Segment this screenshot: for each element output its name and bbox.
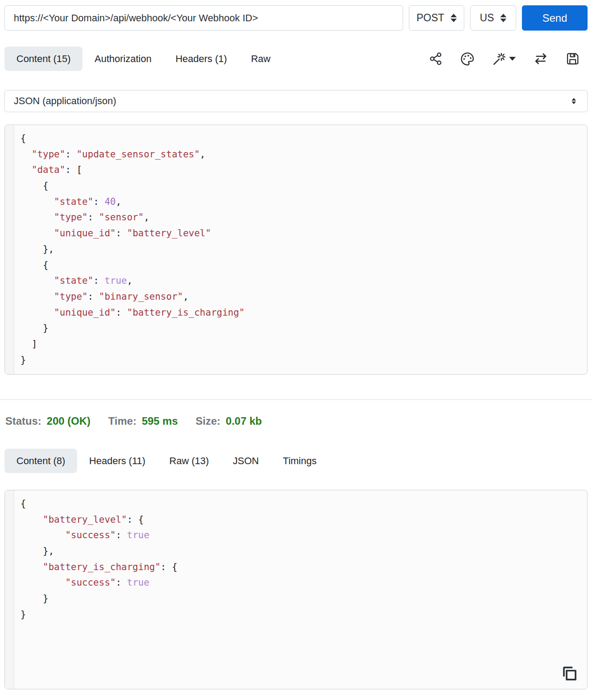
response-tab-raw-13[interactable]: Raw (13) [157,449,221,473]
request-tab-authorization[interactable]: Authorization [82,47,163,71]
code-line: "type": "update_sensor_states", [20,147,583,163]
content-type-select-value: JSON (application/json) [14,95,116,107]
request-tab-content-15[interactable]: Content (15) [4,47,82,71]
response-tab-headers-11[interactable]: Headers (11) [77,449,157,473]
time-label: Time: [108,415,137,427]
updown-arrows-icon [500,14,506,22]
code-line: "type": "binary_sensor", [20,289,583,305]
request-body-editor[interactable]: { "type": "update_sensor_states", "data"… [4,125,588,375]
code-line: "unique_id": "battery_level" [20,226,583,242]
response-status-row: Status: 200 (OK) Time: 595 ms Size: 0.07… [5,415,592,427]
viewer-gutter [5,490,14,689]
request-tab-headers-1[interactable]: Headers (1) [164,47,239,71]
content-type-select[interactable]: JSON (application/json) [4,90,588,112]
size-value: 0.07 kb [226,415,262,427]
code-line: ] [20,336,583,352]
request-toolbar [429,51,588,66]
region-select-value: US [480,12,494,24]
code-line: } [20,321,583,336]
magic-wand-icon [492,52,506,66]
code-line: "battery_level": { [20,512,583,528]
method-select[interactable]: POST [409,5,464,31]
share-button[interactable] [429,52,443,66]
status-label: Status: [5,415,41,427]
section-divider [0,399,592,400]
code-line: { [20,131,583,147]
code-line: { [20,178,583,194]
code-line: "battery_is_charging": { [20,559,583,575]
request-tab-raw[interactable]: Raw [239,47,282,71]
code-line: { [20,258,583,274]
save-request-button[interactable] [566,52,580,66]
request-body-code: { "type": "update_sensor_states", "data"… [15,125,587,374]
response-tabs-row: Content (8)Headers (11)Raw (13)JSONTimin… [4,449,588,473]
response-tab-content-8[interactable]: Content (8) [4,449,77,473]
response-tab-timings[interactable]: Timings [271,449,329,473]
copy-response-button[interactable] [560,664,578,684]
code-line: "success": true [20,575,583,591]
updown-arrows-icon [572,98,576,104]
code-line: }, [20,544,583,559]
code-line: "state": 40, [20,194,583,210]
send-button[interactable]: Send [522,5,588,31]
code-line: }, [20,242,583,258]
response-body-viewer: { "battery_level": { "success": true }, … [4,490,588,689]
code-line: } [20,607,583,623]
response-tab-json[interactable]: JSON [221,449,271,473]
request-tabs: Content (15)AuthorizationHeaders (1)Raw [4,47,282,71]
code-line: "success": true [20,528,583,544]
code-line: "type": "sensor", [20,210,583,226]
size-label: Size: [196,415,220,427]
region-select[interactable]: US [470,5,516,31]
code-line: } [20,352,583,368]
swap-arrows-icon [533,51,548,66]
copy-icon [560,664,578,682]
code-line: "data": [ [20,162,583,178]
status-code-value: 200 (OK) [47,415,90,427]
palette-icon [460,52,474,66]
magic-wand-menu-button[interactable] [492,52,516,66]
swap-request-response-button[interactable] [533,51,548,66]
time-value: 595 ms [142,415,178,427]
response-tabs: Content (8)Headers (11)Raw (13)JSONTimin… [4,449,329,473]
url-input[interactable] [4,5,403,31]
code-line: } [20,591,583,607]
response-body-code: { "battery_level": { "success": true }, … [15,490,587,629]
updown-arrows-icon [451,14,457,22]
request-tabs-row: Content (15)AuthorizationHeaders (1)Raw [4,47,588,71]
chevron-down-icon [509,57,516,61]
theme-palette-button[interactable] [460,52,474,66]
editor-gutter [5,125,14,374]
save-icon [566,52,580,66]
code-line: "state": true, [20,273,583,289]
share-icon [429,52,443,66]
code-line: "unique_id": "battery_is_charging" [20,305,583,321]
method-select-value: POST [416,12,444,24]
code-line: { [20,496,583,512]
request-bar: POST US Send [4,5,588,31]
